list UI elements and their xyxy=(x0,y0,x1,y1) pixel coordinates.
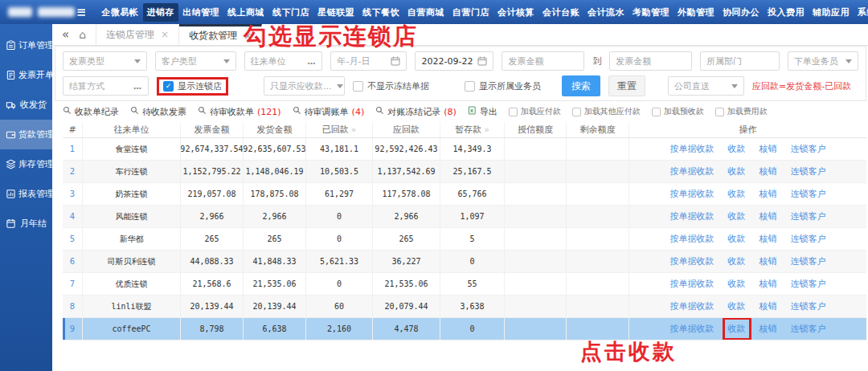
receive-by-document-link[interactable]: 按单据收款 xyxy=(670,300,714,312)
ellipsis-icon[interactable]: … xyxy=(307,57,316,66)
write-off-link[interactable]: 核销 xyxy=(760,165,777,177)
top-nav-item-14[interactable]: 协同办公 xyxy=(719,3,764,22)
tab-chain-store-management[interactable]: 连锁店管理 × xyxy=(96,24,179,45)
show-chain-checkbox[interactable]: ✓ 显示连锁店 xyxy=(157,77,228,96)
close-icon[interactable]: × xyxy=(161,29,169,40)
receive-payment-link[interactable]: 收款 xyxy=(728,300,746,312)
write-off-link[interactable]: 核销 xyxy=(760,300,777,312)
receive-payment-link[interactable]: 收款 xyxy=(728,323,746,335)
row-number[interactable]: 5 xyxy=(63,228,83,250)
close-icon[interactable]: × xyxy=(244,31,252,42)
top-nav-item-13[interactable]: 外勤管理 xyxy=(674,3,719,22)
menu-icon[interactable]: ≡ xyxy=(76,5,87,19)
top-nav-item-5[interactable]: 星链联盟 xyxy=(313,3,358,22)
chain-customer-link[interactable]: 连锁客户 xyxy=(791,165,826,177)
top-nav-item-8[interactable]: 自营门店 xyxy=(448,3,493,22)
receive-by-document-link[interactable]: 按单据收款 xyxy=(670,143,714,155)
sidebar-item-3[interactable]: 货款管理 xyxy=(0,120,52,149)
toolbar-link-0[interactable]: 收款单纪录 xyxy=(63,106,119,118)
row-number[interactable]: 8 xyxy=(63,296,83,317)
top-nav-item-7[interactable]: 自营商城 xyxy=(403,3,448,22)
write-off-link[interactable]: 核销 xyxy=(760,278,777,290)
receive-payment-link[interactable]: 收款 xyxy=(728,233,746,245)
row-number[interactable]: 6 xyxy=(63,251,83,272)
invoice-type-select[interactable]: 发票类型 xyxy=(63,51,147,71)
customer-type-select[interactable]: 客户类型 xyxy=(155,51,236,71)
top-nav-item-10[interactable]: 会计台账 xyxy=(538,3,583,22)
receive-by-document-link[interactable]: 按单据收款 xyxy=(670,323,714,335)
row-number[interactable]: 2 xyxy=(63,161,83,182)
receive-payment-link[interactable]: 收款 xyxy=(728,188,746,200)
top-nav-item-16[interactable]: 辅助应用 xyxy=(809,3,854,22)
write-off-link[interactable]: 核销 xyxy=(760,210,777,222)
invoice-amount-from-input[interactable]: 发票金额 xyxy=(502,51,584,71)
toolbar-link-2[interactable]: 待审收款单(121) xyxy=(198,106,281,118)
top-nav-item-2[interactable]: 出纳管理 xyxy=(178,3,223,22)
top-nav-item-12[interactable]: 考勤管理 xyxy=(628,3,674,22)
top-nav-item-1[interactable]: 进销存 xyxy=(143,3,179,22)
chain-customer-link[interactable]: 连锁客户 xyxy=(791,300,826,312)
settlement-method-input[interactable]: 结算方式 … xyxy=(63,76,149,96)
receive-by-document-link[interactable]: 按单据收款 xyxy=(670,255,714,267)
top-nav-item-11[interactable]: 会计流水 xyxy=(583,3,628,22)
write-off-link[interactable]: 核销 xyxy=(760,255,777,267)
receive-payment-link[interactable]: 收款 xyxy=(728,143,746,155)
department-input[interactable]: 所属部门 xyxy=(700,51,780,71)
salesman-select[interactable]: 下单业务员 xyxy=(788,51,858,71)
top-nav-item-6[interactable]: 线下餐饮 xyxy=(358,3,403,22)
column-header-received[interactable]: 已回款» xyxy=(306,122,373,137)
counterparty-input[interactable]: 往来单位 … xyxy=(244,51,323,71)
column-header-deposit[interactable]: 暂存款» xyxy=(440,122,505,137)
toolbar-checkbox-3[interactable]: 加载费用款 xyxy=(715,106,768,117)
sidebar-item-6[interactable]: 月年结 xyxy=(0,209,52,238)
show-salesman-checkbox[interactable]: 显示所属业务员 xyxy=(465,80,541,92)
sidebar-item-5[interactable]: 报表管理 xyxy=(0,179,52,209)
row-number[interactable]: 9 xyxy=(63,318,83,340)
chain-customer-link[interactable]: 连锁客户 xyxy=(791,143,826,155)
receive-by-document-link[interactable]: 按单据收款 xyxy=(670,188,714,200)
receive-payment-link[interactable]: 收款 xyxy=(728,165,746,177)
write-off-link[interactable]: 核销 xyxy=(760,188,777,200)
toolbar-link-4[interactable]: 对账冻结记录(8) xyxy=(375,106,457,118)
receive-by-document-link[interactable]: 按单据收款 xyxy=(670,278,714,290)
delivery-type-select[interactable]: 公司直送 xyxy=(668,76,744,96)
sidebar-item-4[interactable]: 库存管理 xyxy=(0,149,52,179)
row-number[interactable]: 3 xyxy=(63,183,83,205)
calendar-icon[interactable] xyxy=(477,56,487,66)
write-off-link[interactable]: 核销 xyxy=(760,233,777,245)
home-icon[interactable]: ⌂ xyxy=(79,28,86,41)
receive-payment-link[interactable]: 收款 xyxy=(728,278,746,290)
sidebar-item-1[interactable]: 发票开单 xyxy=(0,60,52,90)
top-nav-item-17[interactable]: 系统管理 xyxy=(854,3,868,22)
chain-customer-link[interactable]: 连锁客户 xyxy=(791,210,826,222)
row-number[interactable]: 4 xyxy=(63,206,83,227)
date-end-input[interactable]: 2022-09-22 xyxy=(415,51,493,71)
top-nav-item-3[interactable]: 线上商城 xyxy=(223,3,268,22)
reset-button[interactable]: 重置 xyxy=(608,75,645,96)
invoice-amount-to-input[interactable]: 发票金额 xyxy=(609,51,692,71)
chain-customer-link[interactable]: 连锁客户 xyxy=(791,188,826,200)
toolbar-checkbox-1[interactable]: 加载其他应付款 xyxy=(572,106,641,117)
top-nav-item-9[interactable]: 会计核算 xyxy=(493,3,538,22)
toolbar-checkbox-0[interactable]: 加载应付款 xyxy=(509,106,561,117)
ellipsis-icon[interactable]: … xyxy=(133,82,142,91)
sidebar-item-0[interactable]: 订单管理 xyxy=(0,31,52,60)
calendar-icon[interactable] xyxy=(391,56,400,66)
collapse-sidebar-icon[interactable]: « xyxy=(62,27,69,42)
top-nav-item-0[interactable]: 企微易帐 xyxy=(98,3,143,22)
only-receivable-select[interactable]: 只显示应收款... xyxy=(264,76,345,96)
receive-by-document-link[interactable]: 按单据收款 xyxy=(670,233,714,245)
search-button[interactable]: 搜索 xyxy=(562,75,600,96)
sidebar-item-2[interactable]: 收发货 xyxy=(0,90,52,120)
chain-customer-link[interactable]: 连锁客户 xyxy=(791,255,826,267)
toolbar-link-1[interactable]: 待收款发票 xyxy=(130,106,186,118)
export-button[interactable]: 导出 xyxy=(468,106,497,118)
row-number[interactable]: 1 xyxy=(63,138,83,160)
toolbar-link-3[interactable]: 待审调账单(4) xyxy=(293,106,365,118)
chain-customer-link[interactable]: 连锁客户 xyxy=(791,323,826,335)
write-off-link[interactable]: 核销 xyxy=(760,323,777,335)
toolbar-checkbox-2[interactable]: 加载预收款 xyxy=(652,106,704,117)
tab-receive-payment-management[interactable]: 收货款管理 × xyxy=(179,24,262,45)
write-off-link[interactable]: 核销 xyxy=(760,143,777,155)
receive-payment-link[interactable]: 收款 xyxy=(728,210,746,222)
